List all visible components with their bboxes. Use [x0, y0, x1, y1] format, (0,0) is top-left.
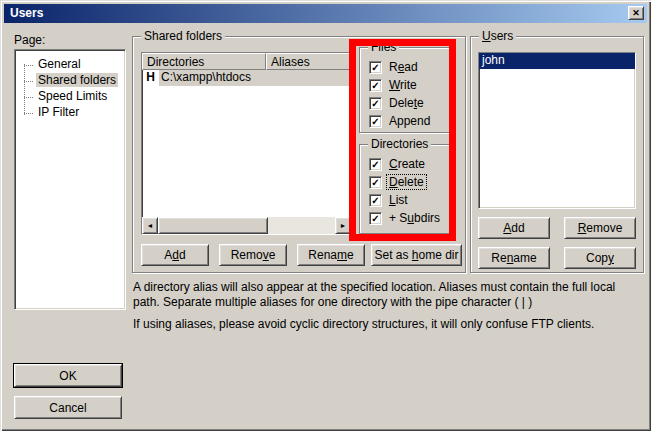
remove-user-button[interactable]: Remove	[564, 217, 636, 239]
close-icon: ✕	[632, 8, 640, 18]
column-header-aliases[interactable]: Aliases	[266, 53, 351, 70]
list-header: Directories Aliases	[142, 53, 351, 70]
window-title: Users	[10, 6, 43, 20]
checkbox-label-delete-files: Delete	[387, 96, 426, 110]
alias-note: A directory alias will also appear at th…	[133, 280, 641, 310]
list-empty-area[interactable]	[142, 86, 351, 217]
users-list[interactable]: john	[478, 52, 636, 209]
checkbox-label-subdirs: + Subdirs	[387, 211, 442, 225]
directory-path: C:\xampp\htdocs	[159, 70, 351, 86]
shared-folders-group-label: Shared folders	[141, 30, 225, 43]
tree-item-general[interactable]: General	[15, 57, 125, 73]
files-permissions-group: Files ✓ Read ✓ Write ✓ Delete ✓ Append	[359, 47, 451, 133]
checkbox-row-list[interactable]: ✓ List	[360, 191, 450, 209]
checkbox-row-write[interactable]: ✓ Write	[360, 76, 450, 94]
home-flag: H	[142, 70, 159, 86]
scroll-right-button[interactable]: ►	[335, 217, 351, 234]
checkbox-checked-icon[interactable]: ✓	[369, 158, 382, 171]
scroll-left-button[interactable]: ◄	[142, 217, 158, 234]
checkbox-row-read[interactable]: ✓ Read	[360, 58, 450, 76]
checkbox-row-delete-dirs[interactable]: ✓ Delete	[360, 173, 450, 191]
rename-folder-button[interactable]: Rename	[297, 244, 365, 266]
page-label: Page:	[14, 33, 45, 47]
scrollbar-track[interactable]	[268, 217, 335, 234]
checkbox-label-list: List	[387, 193, 410, 207]
checkbox-label-append: Append	[387, 114, 432, 128]
tree-item-speed-limits[interactable]: Speed Limits	[15, 89, 125, 105]
tree-item-ip-filter[interactable]: IP Filter	[15, 105, 125, 121]
checkbox-row-create[interactable]: ✓ Create	[360, 155, 450, 173]
checkbox-checked-icon[interactable]: ✓	[369, 194, 382, 207]
checkbox-checked-icon[interactable]: ✓	[369, 97, 382, 110]
remove-folder-button[interactable]: Remove	[219, 244, 287, 266]
help-text: A directory alias will also appear at th…	[133, 280, 641, 332]
rename-user-button[interactable]: Rename	[478, 247, 550, 269]
list-item-user[interactable]: john	[479, 53, 635, 69]
users-group-label: Users	[479, 30, 516, 43]
checkbox-checked-icon[interactable]: ✓	[369, 79, 382, 92]
checkbox-label-write: Write	[387, 78, 419, 92]
add-user-button[interactable]: Add	[478, 217, 550, 239]
copy-user-button[interactable]: Copy	[564, 247, 636, 269]
checkbox-row-subdirs[interactable]: ✓ + Subdirs	[360, 209, 450, 227]
scroll-right-icon: ►	[340, 222, 347, 229]
directories-permissions-group: Directories ✓ Create ✓ Delete ✓ List ✓ +…	[359, 144, 451, 234]
checkbox-label-create: Create	[387, 157, 427, 171]
users-dialog: Users ✕ Page: General Shared folders Spe…	[0, 0, 651, 431]
checkbox-checked-icon[interactable]: ✓	[369, 176, 382, 189]
checkbox-checked-icon[interactable]: ✓	[369, 212, 382, 225]
scroll-left-icon: ◄	[147, 222, 154, 229]
page-tree: General Shared folders Speed Limits IP F…	[14, 49, 126, 310]
shared-folders-list[interactable]: Directories Aliases H C:\xampp\htdocs ◄ …	[141, 52, 352, 235]
files-group-label: Files	[368, 41, 399, 54]
column-header-directories[interactable]: Directories	[142, 53, 266, 70]
checkbox-label-delete-dirs: Delete	[387, 175, 426, 189]
directories-group-label: Directories	[368, 138, 431, 151]
add-folder-button[interactable]: Add	[141, 244, 209, 266]
tree-item-shared-folders[interactable]: Shared folders	[15, 73, 125, 89]
set-as-home-dir-button[interactable]: Set as home dir	[371, 244, 462, 266]
cancel-button[interactable]: Cancel	[14, 396, 122, 419]
scrollbar-thumb[interactable]	[158, 217, 268, 234]
title-bar[interactable]: Users	[4, 4, 647, 23]
checkbox-checked-icon[interactable]: ✓	[369, 115, 382, 128]
close-button[interactable]: ✕	[628, 6, 644, 20]
checkbox-checked-icon[interactable]: ✓	[369, 61, 382, 74]
ok-button[interactable]: OK	[14, 364, 122, 387]
checkbox-row-delete-files[interactable]: ✓ Delete	[360, 94, 450, 112]
cyclic-note: If using aliases, please avoid cyclic di…	[133, 317, 641, 332]
horizontal-scrollbar[interactable]: ◄ ►	[142, 217, 351, 234]
checkbox-row-append[interactable]: ✓ Append	[360, 112, 450, 130]
checkbox-label-read: Read	[387, 60, 420, 74]
table-row[interactable]: H C:\xampp\htdocs	[142, 70, 351, 86]
